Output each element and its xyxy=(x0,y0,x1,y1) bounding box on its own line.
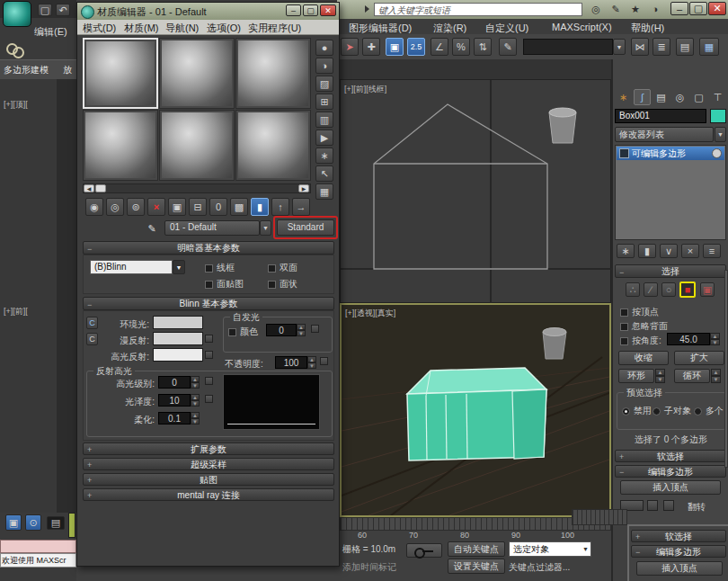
fragment-insert-vertex-button[interactable]: 插入顶点 xyxy=(636,561,723,576)
sample-slot-4[interactable] xyxy=(83,110,158,181)
face-map-checkbox[interactable]: 面贴图 xyxy=(205,278,244,290)
graphite-toolbar-icon[interactable]: ▦ xyxy=(699,38,719,56)
configure-sets-icon[interactable]: ≡ xyxy=(703,244,721,258)
faceted-box[interactable] xyxy=(268,281,276,289)
diffuse-specular-lock-icon[interactable]: C xyxy=(86,333,98,345)
soften-spin-up[interactable]: ▲ xyxy=(191,412,200,418)
flip-label[interactable]: 翻转 xyxy=(688,501,706,514)
sample-scroll-right-icon[interactable]: ▶ xyxy=(298,184,309,192)
rollout-mental-ray[interactable]: +mental ray 连接 xyxy=(83,488,334,501)
me-menu-modes[interactable]: 模式(D) xyxy=(83,22,116,35)
select-link-icon[interactable] xyxy=(5,41,25,58)
self-illum-color-checkbox[interactable]: 颜色 xyxy=(228,326,258,338)
opacity-spin-up[interactable]: ▲ xyxy=(307,356,316,362)
spinner-snap-icon[interactable]: ⇅ xyxy=(474,38,492,56)
modifier-stack[interactable]: 可编辑多边形 xyxy=(615,145,726,240)
two-sided-checkbox[interactable]: 双面 xyxy=(268,262,297,274)
by-vertex-box[interactable] xyxy=(620,308,628,317)
insert-vertex-button[interactable]: 插入顶点 xyxy=(620,480,721,495)
options-icon[interactable]: ∗ xyxy=(315,147,333,164)
ambient-color-swatch[interactable] xyxy=(153,316,203,329)
ignore-backfacing-box[interactable] xyxy=(620,323,628,331)
show-map-in-viewport-icon[interactable]: ▩ xyxy=(230,198,248,216)
material-map-navigator-icon[interactable]: ▦ xyxy=(315,183,333,200)
pick-material-eyedropper-icon[interactable]: ✎ xyxy=(144,221,160,237)
rollout-extended-parameters[interactable]: +扩展参数 xyxy=(83,442,334,455)
material-name-dropdown[interactable]: 01 - Default xyxy=(164,220,260,236)
viewport-perspective-label[interactable]: [+][透视][真实] xyxy=(345,308,395,319)
assign-material-to-selection-icon[interactable]: ⊚ xyxy=(127,198,145,216)
fragment-rollout-edit-polygons[interactable]: −编辑多边形 xyxy=(631,545,726,558)
self-illum-spin-up[interactable]: ▲ xyxy=(297,324,306,330)
angle-value-field[interactable]: 45.0 xyxy=(667,333,710,345)
mirror-icon[interactable]: ⋈ xyxy=(631,38,649,56)
diffuse-color-swatch[interactable] xyxy=(153,332,203,345)
glossiness-spin-up[interactable]: ▲ xyxy=(191,394,200,400)
specular-level-spin-down[interactable]: ▼ xyxy=(191,382,200,389)
maximize-button[interactable]: ▢ xyxy=(689,2,707,15)
two-sided-box[interactable] xyxy=(268,264,276,273)
rollout-maps[interactable]: +贴图 xyxy=(83,473,334,486)
make-material-copy-icon[interactable]: ▣ xyxy=(168,198,186,216)
specular-level-spin-up[interactable]: ▲ xyxy=(191,376,200,382)
ring-spin-down[interactable]: ▼ xyxy=(655,376,665,383)
subobject-polygon-icon-active[interactable]: ■ xyxy=(679,282,696,298)
layer-manager-icon[interactable]: ▤ xyxy=(676,38,694,56)
save-icon[interactable]: ▢ xyxy=(38,4,52,16)
soften-value[interactable]: 0.1 xyxy=(158,412,191,425)
menu-rendering[interactable]: 渲染(R) xyxy=(433,22,466,35)
named-selection-dropdown[interactable] xyxy=(523,39,613,55)
me-menu-material[interactable]: 材质(M) xyxy=(124,22,159,35)
make-unique-stack-icon[interactable]: ∨ xyxy=(660,244,678,258)
subobject-element-icon[interactable]: ▣ xyxy=(700,282,715,297)
percent-snap-icon[interactable]: % xyxy=(452,38,470,56)
modifier-list-arrow[interactable]: ▼ xyxy=(715,127,726,142)
ring-button[interactable]: 环形 xyxy=(618,369,654,383)
rollout-soft-selection[interactable]: +软选择 xyxy=(615,450,726,462)
preview-subobj-radio[interactable]: 子对象 xyxy=(653,405,691,417)
rollout-blinn-basic[interactable]: −Blinn 基本参数 xyxy=(83,297,334,310)
material-name-arrow[interactable]: ▼ xyxy=(260,220,271,236)
sample-slot-2[interactable] xyxy=(159,38,235,109)
minimize-button[interactable]: – xyxy=(670,2,688,15)
rollout-selection[interactable]: −选择 xyxy=(615,264,726,278)
snap-25d-icon[interactable]: 2.5 xyxy=(407,38,425,56)
help-search-input[interactable]: 键入关键字或短语 xyxy=(374,3,582,16)
search-arrow-icon[interactable] xyxy=(365,5,369,13)
material-editor-maximize[interactable]: ▢ xyxy=(303,4,318,16)
preview-multi-dot[interactable] xyxy=(694,407,702,416)
menu-edit[interactable]: 编辑(E) xyxy=(34,25,67,39)
menu-customize[interactable]: 自定义(U) xyxy=(485,22,528,35)
close-button[interactable]: ✕ xyxy=(708,2,726,15)
preview-subobj-dot[interactable] xyxy=(653,407,661,416)
backlight-icon[interactable]: ◑ xyxy=(315,58,333,74)
loop-spin-up[interactable]: ▲ xyxy=(711,369,721,376)
timeline-ruler[interactable] xyxy=(340,517,611,531)
subobject-vertex-icon[interactable]: ∴ xyxy=(626,282,640,297)
video-color-check-icon[interactable]: ▥ xyxy=(315,112,333,128)
self-illum-color-box[interactable] xyxy=(228,328,236,336)
go-to-parent-icon[interactable]: ↑ xyxy=(271,198,289,216)
favorites-star-icon[interactable]: ★ xyxy=(627,2,644,16)
viewport-perspective[interactable]: [+][透视][真实] xyxy=(340,303,611,517)
opacity-spin-down[interactable]: ▼ xyxy=(307,362,316,369)
material-type-button[interactable]: Standard xyxy=(277,219,334,236)
opacity-map-button[interactable] xyxy=(320,357,328,365)
put-material-to-scene-icon[interactable]: ◎ xyxy=(106,198,124,216)
ribbon-tab-polygon-modeling[interactable]: 多边形建模 xyxy=(4,64,49,76)
selection-filter-dropdown[interactable]: 选定对象 ▼ xyxy=(509,541,591,557)
background-icon[interactable]: ▨ xyxy=(315,76,333,92)
loop-spin-down[interactable]: ▼ xyxy=(711,376,721,383)
keyboard-shortcut-override-button[interactable] xyxy=(406,543,442,558)
macro-recorder-line[interactable] xyxy=(0,540,76,553)
remove-modifier-icon[interactable]: × xyxy=(681,244,699,258)
viewport-front[interactable]: [+][前][线框] xyxy=(340,79,611,303)
ignore-backfacing-checkbox[interactable]: 忽略背面 xyxy=(620,320,668,333)
stack-row-editable-poly[interactable]: 可编辑多边形 xyxy=(617,147,724,160)
glossiness-value[interactable]: 10 xyxy=(158,394,191,407)
sample-scroll-thumb[interactable] xyxy=(95,184,106,192)
pen-icon[interactable]: ✎ xyxy=(608,2,624,16)
face-map-box[interactable] xyxy=(205,281,213,289)
sample-slot-6[interactable] xyxy=(235,110,311,181)
specular-map-button[interactable] xyxy=(205,351,213,359)
